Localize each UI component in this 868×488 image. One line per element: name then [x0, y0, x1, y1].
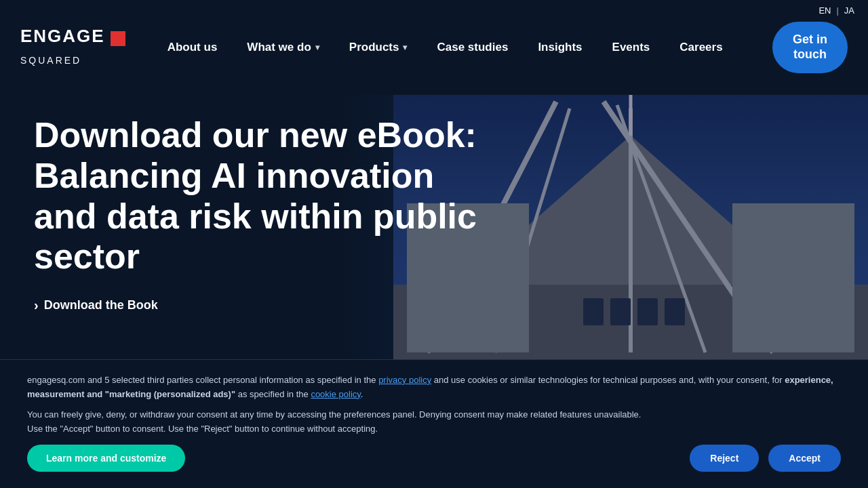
lang-separator: |	[836, 5, 838, 16]
cookie-text-2: and use cookies or similar technologies …	[431, 375, 785, 385]
nav-about[interactable]: About us	[153, 35, 233, 60]
nav-what-we-do[interactable]: What we do ▾	[232, 35, 334, 60]
cookie-banner: engagesq.com and 5 selected third partie…	[0, 359, 868, 488]
svg-rect-16	[637, 298, 658, 325]
nav-insights[interactable]: Insights	[523, 35, 597, 60]
logo-text: ENGAGE SQUARED	[20, 27, 125, 68]
nav-case-studies[interactable]: Case studies	[422, 35, 523, 60]
cookie-right-buttons: Reject Accept	[690, 445, 841, 472]
hero-content: Download our new eBook: Balancing AI inn…	[34, 115, 495, 313]
hero-link-label: Download the Book	[44, 298, 158, 312]
svg-rect-19	[732, 203, 854, 352]
logo-icon	[111, 31, 125, 46]
nav-products[interactable]: Products ▾	[334, 35, 422, 60]
lang-ja[interactable]: JA	[844, 5, 854, 16]
get-in-touch-button[interactable]: Get in touch	[772, 22, 848, 73]
svg-rect-14	[583, 298, 604, 325]
cookie-line2: You can freely give, deny, or withdraw y…	[27, 408, 841, 422]
cookie-text-1: engagesq.com and 5 selected third partie…	[27, 375, 378, 385]
reject-button[interactable]: Reject	[690, 445, 759, 472]
cookie-buttons: Learn more and customize Reject Accept	[27, 445, 841, 472]
hero-download-link[interactable]: › Download the Book	[34, 298, 495, 313]
cookie-text-block: engagesq.com and 5 selected third partie…	[27, 373, 841, 402]
navbar: EN | JA ENGAGE SQUARED About us What we …	[0, 0, 868, 95]
arrow-right-icon: ›	[34, 298, 39, 313]
svg-rect-15	[610, 298, 631, 325]
accept-button[interactable]: Accept	[768, 445, 841, 472]
language-bar: EN | JA	[805, 0, 868, 21]
logo[interactable]: ENGAGE SQUARED	[20, 27, 125, 68]
chevron-down-icon: ▾	[315, 43, 319, 52]
cookie-text-4: .	[361, 389, 363, 399]
nav-careers[interactable]: Careers	[665, 35, 737, 60]
cookie-line3: Use the "Accept" button to consent. Use …	[27, 422, 841, 436]
nav-items: About us What we do ▾ Products ▾ Case st…	[153, 35, 772, 60]
nav-events[interactable]: Events	[597, 35, 665, 60]
cookie-policy-link[interactable]: cookie policy	[311, 389, 360, 399]
logo-engage: ENGAGE	[20, 27, 105, 45]
hero-title: Download our new eBook: Balancing AI inn…	[34, 115, 495, 277]
privacy-policy-link[interactable]: privacy policy	[378, 375, 431, 385]
lang-en[interactable]: EN	[818, 5, 831, 16]
svg-rect-17	[665, 298, 685, 325]
cookie-text-3: as specified in the	[235, 389, 311, 399]
chevron-down-icon: ▾	[403, 43, 407, 52]
logo-squared: SQUARED	[20, 54, 125, 68]
learn-more-button[interactable]: Learn more and customize	[27, 445, 185, 472]
